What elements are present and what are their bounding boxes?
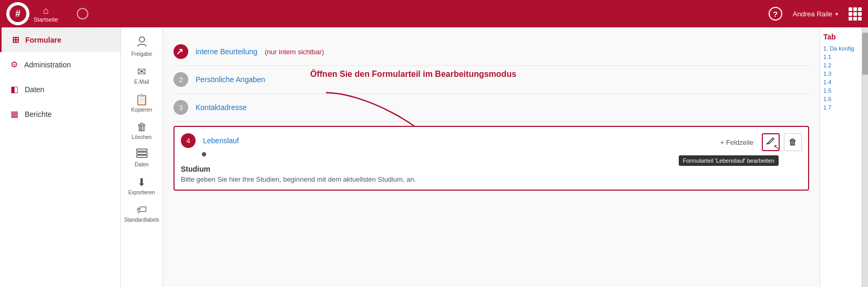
exportieren-label: Exportieren — [128, 190, 155, 195]
section-num-3: 3 — [173, 100, 188, 115]
logo: # — [6, 2, 29, 25]
user-chevron-icon: ▾ — [835, 11, 838, 17]
form-section-4-highlighted: 4 Lebenslauf + Feldzeile ↖ Formularteil … — [173, 126, 809, 191]
loeschen-icon: 🗑 — [137, 121, 147, 133]
section-label-2[interactable]: Persönliche Angaben — [196, 75, 265, 84]
standardlabels-label: Standardlabels — [124, 217, 159, 223]
scrollbar-thumb[interactable] — [862, 33, 868, 75]
delete-icon: 🗑 — [789, 137, 797, 147]
cursor-icon: ↖ — [773, 143, 780, 151]
form-section-2: 2 Persönliche Angaben — [173, 66, 809, 94]
daten-toolbar-label: Daten — [135, 162, 149, 167]
sidebar-label-berichte: Berichte — [25, 110, 52, 118]
main-content: interne Beurteilung (nur intern sichtbar… — [163, 27, 820, 287]
section-label-1[interactable]: interne Beurteilung — [196, 47, 258, 56]
section-num-1 — [173, 44, 188, 59]
right-panel-item-2[interactable]: 1.2 — [823, 62, 859, 68]
toolbar-freigabe[interactable]: Freigabe — [123, 33, 161, 60]
add-field-button[interactable]: + Feldzeile — [720, 138, 753, 146]
toolbar-kopieren[interactable]: 📋 Kopieren — [123, 90, 161, 116]
kopieren-label: Kopieren — [131, 107, 152, 113]
user-menu[interactable]: Andrea Raile ▾ — [793, 10, 838, 18]
form-section-1: interne Beurteilung (nur intern sichtbar… — [173, 38, 809, 66]
toolbar-standardlabels[interactable]: 🏷 Standardlabels — [123, 201, 161, 226]
svg-point-0 — [139, 37, 145, 42]
home-label: Startseite — [34, 16, 58, 23]
svg-rect-2 — [137, 152, 147, 154]
berichte-icon: ▦ — [11, 109, 18, 119]
home-button[interactable]: ⌂ Startseite — [34, 5, 58, 23]
section-sublabel-1: (nur intern sichtbar) — [265, 48, 324, 56]
bullet-dot — [202, 152, 206, 156]
email-icon: ✉ — [137, 65, 146, 78]
standardlabels-icon: 🏷 — [137, 204, 147, 216]
grid-apps-button[interactable] — [849, 7, 862, 21]
toolbar-loeschen[interactable]: 🗑 Löschen — [123, 118, 161, 143]
section-label-3[interactable]: Kontaktadresse — [196, 103, 247, 112]
sidebar-label-administration: Administration — [24, 61, 71, 69]
svg-rect-1 — [137, 149, 147, 151]
exportieren-icon: ⬇ — [137, 176, 146, 189]
top-navigation: # ⌂ Startseite ? Andrea Raile ▾ — [0, 0, 868, 27]
sidebar-item-daten[interactable]: ◧ Daten — [0, 77, 120, 102]
section-num-2: 2 — [173, 72, 188, 87]
right-panel-item-6[interactable]: 1.6 — [823, 96, 859, 102]
daten-icon: ◧ — [11, 84, 18, 94]
administration-icon: ⚙ — [11, 60, 18, 70]
formulare-icon: ⊞ — [12, 35, 19, 45]
right-panel-item-5[interactable]: 1.5 — [823, 87, 859, 94]
toolbar-daten-icon — [136, 149, 148, 161]
right-panel-item-3[interactable]: 1.3 — [823, 71, 859, 77]
sidebar-item-administration[interactable]: ⚙ Administration — [0, 52, 120, 77]
studium-title: Studium — [181, 165, 802, 173]
freigabe-label: Freigabe — [131, 51, 152, 57]
svg-rect-3 — [137, 155, 147, 157]
kopieren-icon: 📋 — [135, 93, 148, 106]
user-name: Andrea Raile — [793, 10, 832, 18]
delete-section-button[interactable]: 🗑 — [784, 133, 802, 151]
form-section-3: 3 Kontaktadresse — [173, 94, 809, 122]
right-panel: Tab 1. Da konfig 1.1 1.2 1.3 1.4 1.5 1.6… — [820, 27, 862, 287]
freigabe-icon — [136, 36, 148, 50]
main-layout: ⊞ Formulare ⚙ Administration ◧ Daten ▦ B… — [0, 27, 868, 287]
right-panel-title: Tab — [823, 33, 859, 41]
sidebar: ⊞ Formulare ⚙ Administration ◧ Daten ▦ B… — [0, 27, 121, 287]
toolbar-daten[interactable]: Daten — [123, 145, 161, 171]
right-panel-item-4[interactable]: 1.4 — [823, 79, 859, 85]
right-panel-item-7[interactable]: 1.7 — [823, 104, 859, 111]
logo-inner: # — [9, 5, 26, 22]
loeschen-label: Löschen — [132, 134, 152, 140]
scrollbar-track[interactable] — [862, 27, 868, 287]
edit-section-button[interactable]: ↖ Formularteil 'Lebenslauf' bearbeiten — [762, 133, 780, 151]
home-icon: ⌂ — [43, 5, 49, 16]
right-panel-item-0[interactable]: 1. Da konfig — [823, 45, 859, 52]
tooltip-edit: Formularteil 'Lebenslauf' bearbeiten — [679, 155, 779, 166]
toolbar-panel: Freigabe ✉ E-Mail 📋 Kopieren 🗑 Löschen D… — [121, 27, 163, 287]
sidebar-item-berichte[interactable]: ▦ Berichte — [0, 102, 120, 126]
toolbar-email[interactable]: ✉ E-Mail — [123, 62, 161, 88]
section-label-4[interactable]: Lebenslauf — [203, 136, 239, 145]
toolbar-exportieren[interactable]: ⬇ Exportieren — [123, 173, 161, 199]
help-button[interactable]: ? — [769, 7, 782, 21]
help-label: ? — [773, 9, 778, 18]
sidebar-label-daten: Daten — [25, 85, 44, 94]
right-panel-item-1[interactable]: 1.1 — [823, 54, 859, 60]
circle-indicator — [77, 8, 88, 19]
section-4-header: 4 Lebenslauf — [181, 133, 802, 148]
section-num-4: 4 — [181, 133, 196, 148]
studium-description: Bitte geben Sie hier Ihre Studien, begin… — [181, 175, 802, 183]
section-actions: + Feldzeile ↖ Formularteil 'Lebenslauf' … — [720, 133, 802, 151]
sidebar-label-formulare: Formulare — [25, 36, 61, 44]
email-label: E-Mail — [134, 79, 149, 85]
top-nav-right: ? Andrea Raile ▾ — [769, 7, 862, 21]
sidebar-item-formulare[interactable]: ⊞ Formulare — [0, 27, 120, 52]
